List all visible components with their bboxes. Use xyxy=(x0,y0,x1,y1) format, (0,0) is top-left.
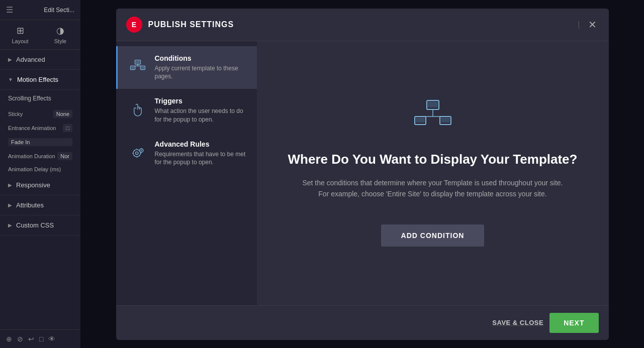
modal-main-content: Where Do You Want to Display Your Templa… xyxy=(257,41,609,305)
add-condition-button[interactable]: ADD CONDITION xyxy=(381,224,485,247)
sidebar-item-responsive-label: Responsive xyxy=(16,181,50,189)
advanced-rules-desc: Requirements that have to be met for the… xyxy=(155,150,247,167)
sidebar-tabs: ⊞ Layout ◑ Style xyxy=(0,20,80,50)
sidebar-item-attributes[interactable]: ▶ Attributes xyxy=(0,195,80,215)
modal-overlay: E PUBLISH SETTINGS | ✕ xyxy=(80,0,644,348)
svg-rect-5 xyxy=(131,67,134,69)
nav-item-advanced-rules[interactable]: Advanced Rules Requirements that have to… xyxy=(116,132,257,175)
triggers-icon xyxy=(128,100,148,121)
chevron-right-icon-responsive: ▶ xyxy=(8,182,12,188)
sidebar-item-advanced-label: Advanced xyxy=(16,56,45,63)
animation-duration-label: Animation Duration xyxy=(8,153,55,159)
svg-rect-16 xyxy=(416,118,425,123)
modal-header: E PUBLISH SETTINGS | ✕ xyxy=(116,9,609,41)
tab-style[interactable]: ◑ Style xyxy=(40,20,80,49)
advanced-rules-label: Advanced Rules xyxy=(155,140,247,148)
layout-icon: ⊞ xyxy=(17,25,24,36)
animation-delay-label: Animation Delay (ms) xyxy=(8,166,61,172)
style-icon: ◑ xyxy=(56,25,64,36)
sidebar-item-responsive[interactable]: ▶ Responsive xyxy=(0,175,80,195)
sidebar-item-motion-effects[interactable]: ▼ Motion Effects xyxy=(0,70,80,90)
save-close-button[interactable]: SAVE & CLOSE xyxy=(492,319,543,326)
nav-item-conditions[interactable]: Conditions Apply current template to the… xyxy=(116,46,257,89)
modal-nav: Conditions Apply current template to the… xyxy=(116,41,257,305)
sticky-value[interactable]: None xyxy=(53,110,72,118)
advanced-rules-icon xyxy=(128,143,148,163)
elementor-logo: E xyxy=(126,17,142,33)
tab-style-label: Style xyxy=(54,38,66,44)
svg-point-9 xyxy=(135,152,138,155)
modal-body: Conditions Apply current template to the… xyxy=(116,41,609,305)
sidebar-item-scrolling-effects[interactable]: Scrolling Effects xyxy=(0,90,80,107)
triggers-text: Triggers What action the user needs to d… xyxy=(155,97,247,124)
layers-icon[interactable]: ⊕ xyxy=(6,335,12,343)
svg-rect-7 xyxy=(141,67,144,69)
svg-rect-12 xyxy=(428,101,438,107)
animation-value[interactable]: Fade In xyxy=(8,138,72,146)
entrance-animation-icon: □ xyxy=(63,124,72,132)
sticky-label: Sticky xyxy=(8,111,23,117)
publish-settings-modal: E PUBLISH SETTINGS | ✕ xyxy=(116,9,609,340)
responsive-icon[interactable]: □ xyxy=(39,335,43,343)
content-hierarchy-icon xyxy=(413,99,453,137)
history-icon[interactable]: ⊘ xyxy=(17,335,23,343)
hamburger-icon[interactable]: ☰ xyxy=(6,5,13,15)
sidebar-animation-value-control: Fade In xyxy=(0,135,80,149)
triggers-label: Triggers xyxy=(155,97,247,105)
next-button[interactable]: NEXT xyxy=(549,313,598,333)
content-description: Set the conditions that determine where … xyxy=(302,177,563,200)
undo-icon[interactable]: ↩ xyxy=(28,335,34,343)
sidebar-header: ☰ Edit Secti... xyxy=(0,0,80,20)
sidebar: ☰ Edit Secti... ⊞ Layout ◑ Style ▶ Advan… xyxy=(0,0,80,348)
sidebar-entrance-animation-control: Entrance Animation □ xyxy=(0,121,80,135)
tab-layout-label: Layout xyxy=(12,38,28,44)
preview-icon[interactable]: 👁 xyxy=(48,335,55,343)
sidebar-bottom-toolbar: ⊕ ⊘ ↩ □ 👁 xyxy=(0,329,80,348)
advanced-rules-text: Advanced Rules Requirements that have to… xyxy=(155,140,247,167)
modal-close-button[interactable]: ✕ xyxy=(586,17,599,33)
sidebar-animation-delay-control: Animation Delay (ms) xyxy=(0,163,80,175)
svg-rect-1 xyxy=(136,61,139,64)
conditions-icon xyxy=(128,57,148,77)
tab-layout[interactable]: ⊞ Layout xyxy=(0,20,40,49)
sidebar-nav: ▶ Advanced ▼ Motion Effects Scrolling Ef… xyxy=(0,50,80,329)
sidebar-item-custom-css-label: Custom CSS xyxy=(16,221,54,229)
chevron-right-icon-attributes: ▶ xyxy=(8,202,12,208)
sidebar-sticky-control: Sticky None xyxy=(0,107,80,121)
triggers-desc: What action the user needs to do for the… xyxy=(155,107,247,124)
sidebar-animation-duration-control: Animation Duration Nor xyxy=(0,149,80,163)
sidebar-item-custom-css[interactable]: ▶ Custom CSS xyxy=(0,215,80,236)
conditions-desc: Apply current template to these pages. xyxy=(155,64,247,81)
sidebar-title: Edit Secti... xyxy=(44,7,74,14)
content-title: Where Do You Want to Display Your Templa… xyxy=(288,152,578,167)
chevron-down-icon: ▼ xyxy=(8,77,13,82)
nav-item-triggers[interactable]: Triggers What action the user needs to d… xyxy=(116,89,257,132)
modal-title: PUBLISH SETTINGS xyxy=(148,20,572,29)
svg-rect-18 xyxy=(441,118,450,123)
sidebar-item-advanced[interactable]: ▶ Advanced xyxy=(0,50,80,70)
chevron-right-icon-custom-css: ▶ xyxy=(8,222,12,228)
animation-duration-value[interactable]: Nor xyxy=(57,152,72,160)
chevron-right-icon: ▶ xyxy=(8,57,12,62)
entrance-animation-label: Entrance Animation xyxy=(8,125,56,131)
sidebar-item-attributes-label: Attributes xyxy=(16,201,44,209)
conditions-text: Conditions Apply current template to the… xyxy=(155,54,247,81)
header-divider: | xyxy=(578,20,580,29)
modal-footer: SAVE & CLOSE NEXT xyxy=(116,305,609,340)
conditions-label: Conditions xyxy=(155,54,247,62)
sidebar-item-motion-effects-label: Motion Effects xyxy=(17,76,58,83)
scrolling-effects-label: Scrolling Effects xyxy=(8,95,51,102)
